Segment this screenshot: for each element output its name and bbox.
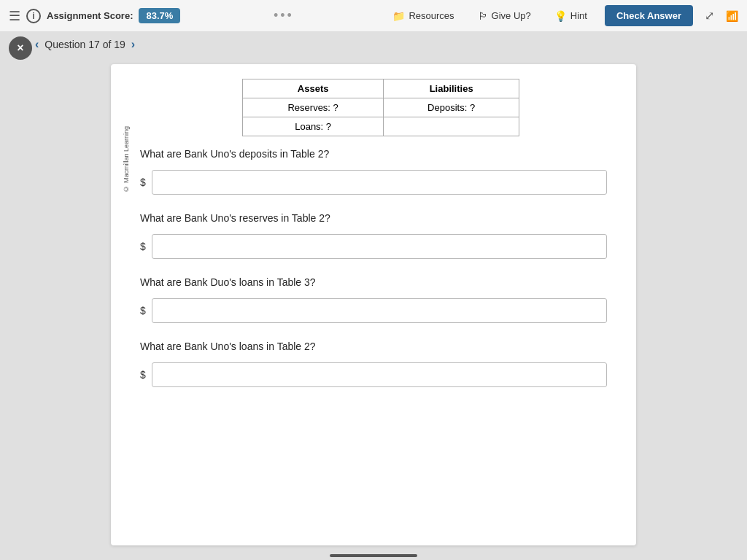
input-row-3: $ bbox=[140, 298, 607, 323]
info-icon[interactable]: i bbox=[26, 9, 41, 23]
score-badge: 83.7% bbox=[139, 8, 180, 23]
question-text-3: What are Bank Duo's loans in Table 3? bbox=[140, 276, 607, 288]
top-bar: ☰ i Assignment Score: 83.7% ••• 📁 Resour… bbox=[0, 0, 747, 32]
answer-input-1[interactable] bbox=[152, 170, 607, 195]
dollar-sign-4: $ bbox=[140, 369, 146, 381]
check-answer-button[interactable]: Check Answer bbox=[605, 5, 693, 26]
input-row-4: $ bbox=[140, 362, 607, 387]
dollar-sign-3: $ bbox=[140, 305, 146, 316]
copyright-text: © Macmillan Learning bbox=[123, 126, 130, 192]
loans-cell: Loans: ? bbox=[243, 117, 384, 136]
question-label: Question 17 of 19 bbox=[44, 39, 125, 50]
expand-icon[interactable]: ⤢ bbox=[705, 9, 714, 23]
prev-question-arrow[interactable]: ‹ bbox=[35, 38, 39, 51]
dollar-sign-2: $ bbox=[140, 241, 146, 252]
lightbulb-icon: 💡 bbox=[554, 10, 567, 22]
empty-cell bbox=[384, 117, 519, 136]
reserves-cell: Reserves: ? bbox=[243, 98, 384, 117]
dollar-sign-1: $ bbox=[140, 176, 146, 188]
question-text-1: What are Bank Uno's deposits in Table 2? bbox=[140, 148, 607, 160]
question-block-4: What are Bank Uno's loans in Table 2? $ bbox=[140, 341, 607, 387]
scroll-indicator bbox=[330, 554, 417, 557]
assignment-score-label: Assignment Score: bbox=[47, 10, 133, 21]
give-up-button[interactable]: 🏳 Give Up? bbox=[472, 7, 537, 25]
answer-input-2[interactable] bbox=[152, 234, 607, 259]
folder-icon: 📁 bbox=[392, 10, 405, 22]
next-question-arrow[interactable]: › bbox=[131, 38, 135, 51]
question-block-1: What are Bank Uno's deposits in Table 2?… bbox=[140, 148, 607, 195]
hint-button[interactable]: 💡 Hint bbox=[549, 7, 593, 25]
menu-icon[interactable]: ☰ bbox=[9, 8, 20, 24]
input-row-1: $ bbox=[140, 170, 607, 195]
assets-header: Assets bbox=[243, 79, 384, 98]
content-card: © Macmillan Learning Assets Liabilities … bbox=[111, 64, 636, 545]
close-button[interactable]: × bbox=[9, 36, 32, 60]
wifi-icon: 📶 bbox=[726, 10, 738, 22]
question-block-2: What are Bank Uno's reserves in Table 2?… bbox=[140, 212, 607, 259]
balance-table: Assets Liabilities Reserves: ? Deposits:… bbox=[242, 79, 519, 136]
liabilities-header: Liabilities bbox=[384, 79, 519, 98]
deposits-cell: Deposits: ? bbox=[384, 98, 519, 117]
top-bar-center: ••• bbox=[189, 8, 378, 23]
answer-input-3[interactable] bbox=[152, 298, 607, 323]
question-block-3: What are Bank Duo's loans in Table 3? $ bbox=[140, 276, 607, 323]
question-text-2: What are Bank Uno's reserves in Table 2? bbox=[140, 212, 607, 224]
question-navigation: ‹ Question 17 of 19 › bbox=[35, 38, 135, 51]
input-row-2: $ bbox=[140, 234, 607, 259]
question-text-4: What are Bank Uno's loans in Table 2? bbox=[140, 341, 607, 352]
top-bar-right: 📁 Resources 🏳 Give Up? 💡 Hint Check Answ… bbox=[387, 5, 738, 26]
flag-icon: 🏳 bbox=[478, 10, 488, 22]
resources-button[interactable]: 📁 Resources bbox=[387, 7, 460, 25]
bottom-bar bbox=[0, 554, 747, 560]
main-content: © Macmillan Learning Assets Liabilities … bbox=[0, 32, 747, 560]
top-bar-left: ☰ i Assignment Score: 83.7% bbox=[9, 8, 180, 24]
balance-sheet-table-container: Assets Liabilities Reserves: ? Deposits:… bbox=[155, 79, 607, 136]
answer-input-4[interactable] bbox=[152, 362, 607, 387]
